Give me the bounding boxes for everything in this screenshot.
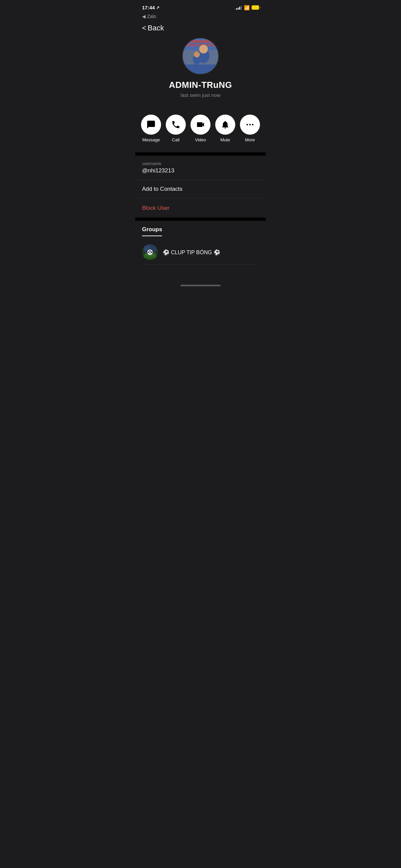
block-user-label: Block User — [142, 205, 169, 211]
username-value: @nhi123213 — [142, 167, 259, 174]
call-icon — [171, 120, 181, 129]
svg-point-7 — [194, 52, 200, 58]
separator-2 — [135, 217, 266, 221]
svg-rect-2 — [183, 40, 219, 43]
wifi-icon: 📶 — [244, 5, 250, 10]
video-button[interactable]: Video — [190, 115, 211, 142]
username-label: username — [142, 161, 259, 166]
svg-point-9 — [247, 124, 248, 126]
message-button[interactable]: Message — [141, 115, 161, 142]
svg-point-10 — [249, 124, 251, 126]
group-name: ⚽ CLUP TIP BÓNG ⚽ — [163, 249, 220, 256]
status-bar: 17:44 ↗ 📶 ⚡ — [135, 0, 266, 13]
groups-title: Groups — [142, 226, 162, 236]
more-icon — [245, 120, 255, 129]
bell-icon — [220, 120, 230, 129]
back-button[interactable]: < Back — [135, 21, 266, 38]
status-time: 17:44 ↗ — [142, 5, 159, 10]
svg-point-11 — [252, 124, 254, 126]
groups-section: Groups ⚽ CLUP TIP BÓNG ⚽ — [135, 221, 266, 265]
info-section: username @nhi123213 Add to Contacts Bloc… — [135, 156, 266, 217]
separator-1 — [135, 152, 266, 156]
message-icon-circle — [141, 115, 161, 135]
back-label: Back — [148, 24, 164, 32]
more-icon-circle — [240, 115, 260, 135]
mute-label: Mute — [220, 137, 230, 142]
time-display: 17:44 — [142, 5, 155, 10]
call-icon-circle — [166, 115, 186, 135]
home-indicator — [135, 278, 266, 293]
mute-icon-circle — [215, 115, 235, 135]
avatar-svg — [183, 38, 219, 74]
video-label: Video — [195, 137, 206, 142]
app-name: Zalo — [147, 14, 156, 19]
group-avatar — [142, 244, 158, 260]
avatar-photo — [183, 38, 218, 74]
user-name: ADMIN-TRuNG — [169, 80, 232, 90]
svg-point-5 — [199, 45, 208, 54]
more-button[interactable]: More — [240, 115, 260, 142]
group-item[interactable]: ⚽ CLUP TIP BÓNG ⚽ — [142, 240, 259, 265]
username-item: username @nhi123213 — [135, 156, 266, 180]
profile-section: ADMIN-TRuNG last seen just now — [135, 38, 266, 108]
add-to-contacts-button[interactable]: Add to Contacts — [135, 180, 266, 199]
call-button[interactable]: Call — [166, 115, 186, 142]
home-bar — [181, 285, 220, 286]
battery-icon: ⚡ — [252, 5, 259, 10]
video-icon-circle — [190, 115, 211, 135]
message-label: Message — [142, 137, 160, 142]
action-buttons: Message Call Video Mute — [135, 108, 266, 152]
signal-icon — [236, 6, 242, 10]
mute-button[interactable]: Mute — [215, 115, 235, 142]
add-to-contacts-label: Add to Contacts — [142, 186, 182, 192]
video-icon — [196, 120, 205, 129]
more-label: More — [245, 137, 255, 142]
group-avatar-svg — [142, 244, 158, 260]
status-icons: 📶 ⚡ — [236, 5, 259, 10]
message-icon — [146, 120, 156, 129]
location-arrow-icon: ↗ — [156, 5, 159, 10]
svg-rect-8 — [183, 64, 219, 74]
user-status: last seen just now — [181, 92, 220, 98]
block-user-button[interactable]: Block User — [135, 199, 266, 217]
back-chevron-icon: < — [142, 24, 146, 32]
app-label: ◀ Zalo — [135, 13, 266, 21]
call-label: Call — [172, 137, 180, 142]
avatar[interactable] — [182, 38, 219, 74]
